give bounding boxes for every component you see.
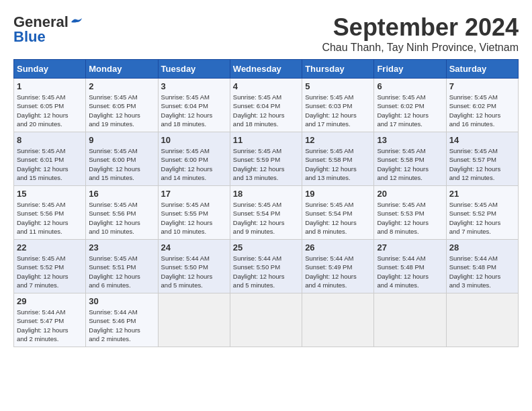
calendar-cell-9: 9Sunrise: 5:45 AMSunset: 6:00 PMDaylight… [86, 132, 158, 186]
calendar-cell-empty [230, 293, 302, 347]
calendar-cell-10: 10Sunrise: 5:45 AMSunset: 6:00 PMDayligh… [158, 132, 230, 186]
header-friday: Friday [374, 60, 446, 79]
header-monday: Monday [86, 60, 158, 79]
calendar-cell-30: 30Sunrise: 5:44 AMSunset: 5:46 PMDayligh… [86, 293, 158, 347]
calendar-week-5: 29Sunrise: 5:44 AMSunset: 5:47 PMDayligh… [14, 293, 519, 347]
calendar-cell-27: 27Sunrise: 5:44 AMSunset: 5:48 PMDayligh… [374, 240, 446, 293]
calendar-cell-empty [374, 293, 446, 347]
calendar-cell-21: 21Sunrise: 5:45 AMSunset: 5:52 PMDayligh… [446, 186, 518, 240]
logo-bird-icon [70, 17, 83, 28]
calendar-table: SundayMondayTuesdayWednesdayThursdayFrid… [13, 59, 519, 347]
calendar-cell-16: 16Sunrise: 5:45 AMSunset: 5:56 PMDayligh… [86, 186, 158, 240]
calendar-cell-17: 17Sunrise: 5:45 AMSunset: 5:55 PMDayligh… [158, 186, 230, 240]
calendar-cell-20: 20Sunrise: 5:45 AMSunset: 5:53 PMDayligh… [374, 186, 446, 240]
calendar-cell-1: 1Sunrise: 5:45 AMSunset: 6:05 PMDaylight… [14, 79, 86, 132]
calendar-cell-25: 25Sunrise: 5:44 AMSunset: 5:50 PMDayligh… [230, 240, 302, 293]
calendar-cell-11: 11Sunrise: 5:45 AMSunset: 5:59 PMDayligh… [230, 132, 302, 186]
calendar-cell-2: 2Sunrise: 5:45 AMSunset: 6:05 PMDaylight… [86, 79, 158, 132]
calendar-cell-empty [302, 293, 374, 347]
calendar-cell-13: 13Sunrise: 5:45 AMSunset: 5:58 PMDayligh… [374, 132, 446, 186]
calendar-cell-8: 8Sunrise: 5:45 AMSunset: 6:01 PMDaylight… [14, 132, 86, 186]
location-title: Chau Thanh, Tay Ninh Province, Vietnam [322, 42, 519, 54]
month-title: September 2024 [322, 13, 519, 42]
calendar-cell-23: 23Sunrise: 5:45 AMSunset: 5:51 PMDayligh… [86, 240, 158, 293]
logo: General Blue [13, 13, 83, 46]
calendar-cell-19: 19Sunrise: 5:45 AMSunset: 5:54 PMDayligh… [302, 186, 374, 240]
calendar-cell-6: 6Sunrise: 5:45 AMSunset: 6:02 PMDaylight… [374, 79, 446, 132]
header-tuesday: Tuesday [158, 60, 230, 79]
calendar-cell-24: 24Sunrise: 5:44 AMSunset: 5:50 PMDayligh… [158, 240, 230, 293]
calendar-cell-3: 3Sunrise: 5:45 AMSunset: 6:04 PMDaylight… [158, 79, 230, 132]
calendar-cell-7: 7Sunrise: 5:45 AMSunset: 6:02 PMDaylight… [446, 79, 518, 132]
header: General Blue September 2024 Chau Thanh, … [13, 13, 519, 54]
header-thursday: Thursday [302, 60, 374, 79]
title-area: September 2024 Chau Thanh, Tay Ninh Prov… [322, 13, 519, 54]
calendar-cell-22: 22Sunrise: 5:45 AMSunset: 5:52 PMDayligh… [14, 240, 86, 293]
header-wednesday: Wednesday [230, 60, 302, 79]
calendar-cell-empty [158, 293, 230, 347]
calendar-cell-4: 4Sunrise: 5:45 AMSunset: 6:04 PMDaylight… [230, 79, 302, 132]
calendar-cell-26: 26Sunrise: 5:44 AMSunset: 5:49 PMDayligh… [302, 240, 374, 293]
calendar-week-3: 15Sunrise: 5:45 AMSunset: 5:56 PMDayligh… [14, 186, 519, 240]
calendar-week-4: 22Sunrise: 5:45 AMSunset: 5:52 PMDayligh… [14, 240, 519, 293]
calendar-cell-28: 28Sunrise: 5:44 AMSunset: 5:48 PMDayligh… [446, 240, 518, 293]
calendar-cell-29: 29Sunrise: 5:44 AMSunset: 5:47 PMDayligh… [14, 293, 86, 347]
calendar-cell-empty [446, 293, 518, 347]
calendar-cell-15: 15Sunrise: 5:45 AMSunset: 5:56 PMDayligh… [14, 186, 86, 240]
calendar-header-row: SundayMondayTuesdayWednesdayThursdayFrid… [14, 60, 519, 79]
logo-blue: Blue [13, 28, 46, 46]
calendar-cell-12: 12Sunrise: 5:45 AMSunset: 5:58 PMDayligh… [302, 132, 374, 186]
header-sunday: Sunday [14, 60, 86, 79]
calendar-cell-18: 18Sunrise: 5:45 AMSunset: 5:54 PMDayligh… [230, 186, 302, 240]
calendar-week-2: 8Sunrise: 5:45 AMSunset: 6:01 PMDaylight… [14, 132, 519, 186]
calendar-cell-14: 14Sunrise: 5:45 AMSunset: 5:57 PMDayligh… [446, 132, 518, 186]
calendar-week-1: 1Sunrise: 5:45 AMSunset: 6:05 PMDaylight… [14, 79, 519, 132]
header-saturday: Saturday [446, 60, 518, 79]
calendar-cell-5: 5Sunrise: 5:45 AMSunset: 6:03 PMDaylight… [302, 79, 374, 132]
